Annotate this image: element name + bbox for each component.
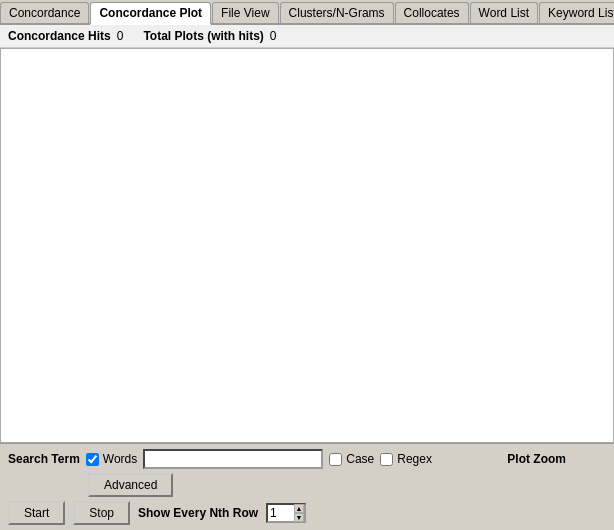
plot-zoom-label: Plot Zoom xyxy=(507,452,606,466)
search-row: Search Term Words Case Regex Plot Zoom xyxy=(8,449,606,469)
tab-keyword-list[interactable]: Keyword List xyxy=(539,2,614,23)
stop-button[interactable]: Stop xyxy=(73,501,130,525)
advanced-row: Advanced xyxy=(8,473,606,497)
tab-collocates[interactable]: Collocates xyxy=(395,2,469,23)
case-checkbox[interactable] xyxy=(329,453,342,466)
concordance-hits-label: Concordance Hits xyxy=(8,29,111,43)
total-plots-label: Total Plots (with hits) xyxy=(143,29,263,43)
concordance-hits-value: 0 xyxy=(117,29,124,43)
tab-file-view[interactable]: File View xyxy=(212,2,278,23)
advanced-button[interactable]: Advanced xyxy=(88,473,173,497)
case-label: Case xyxy=(346,452,374,466)
search-term-input[interactable] xyxy=(143,449,323,469)
total-plots-stat: Total Plots (with hits) 0 xyxy=(143,29,276,43)
spinner-buttons: ▲ ▼ xyxy=(294,504,304,522)
nth-row-spinner[interactable]: ▲ ▼ xyxy=(266,503,306,523)
tab-bar: Concordance Concordance Plot File View C… xyxy=(0,0,614,25)
tab-word-list[interactable]: Word List xyxy=(470,2,538,23)
stats-bar: Concordance Hits 0 Total Plots (with hit… xyxy=(0,25,614,48)
spinner-down-button[interactable]: ▼ xyxy=(294,513,304,522)
search-term-label: Search Term xyxy=(8,452,80,466)
nth-row-input[interactable] xyxy=(268,504,294,522)
case-checkbox-group: Case xyxy=(329,452,374,466)
spinner-up-button[interactable]: ▲ xyxy=(294,504,304,513)
words-checkbox-group: Words xyxy=(86,452,137,466)
regex-checkbox[interactable] xyxy=(380,453,393,466)
start-button[interactable]: Start xyxy=(8,501,65,525)
words-checkbox[interactable] xyxy=(86,453,99,466)
total-plots-value: 0 xyxy=(270,29,277,43)
concordance-hits-stat: Concordance Hits 0 xyxy=(8,29,123,43)
action-row: Start Stop Show Every Nth Row ▲ ▼ xyxy=(8,501,606,525)
main-display-area xyxy=(0,48,614,443)
words-label: Words xyxy=(103,452,137,466)
regex-checkbox-group: Regex xyxy=(380,452,432,466)
tab-concordance[interactable]: Concordance xyxy=(0,2,89,23)
bottom-panel: Search Term Words Case Regex Plot Zoom A… xyxy=(0,443,614,530)
regex-label: Regex xyxy=(397,452,432,466)
tab-concordance-plot[interactable]: Concordance Plot xyxy=(90,2,211,25)
show-every-nth-row-label: Show Every Nth Row xyxy=(138,506,258,520)
tab-clusters-ngrams[interactable]: Clusters/N-Grams xyxy=(280,2,394,23)
